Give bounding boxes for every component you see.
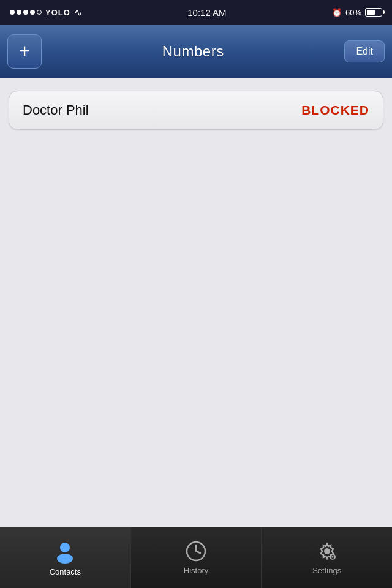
contacts-icon <box>53 539 77 564</box>
tab-history[interactable]: History <box>131 527 262 588</box>
contact-row[interactable]: Doctor Phil BLOCKED <box>9 91 383 130</box>
contact-status-badge: BLOCKED <box>301 103 369 118</box>
settings-icon <box>316 540 338 562</box>
wifi-icon: ∿ <box>74 7 82 18</box>
svg-point-1 <box>57 554 73 564</box>
signal-dots <box>10 10 42 15</box>
tab-contacts-label: Contacts <box>50 567 81 576</box>
contact-name: Doctor Phil <box>23 102 89 118</box>
svg-point-7 <box>331 556 333 558</box>
dot-4 <box>30 10 35 15</box>
tab-settings-label: Settings <box>312 566 341 575</box>
battery-fill <box>367 10 375 15</box>
status-right: ⏰ 60% <box>332 8 382 17</box>
dot-1 <box>10 10 15 15</box>
plus-icon: + <box>19 41 31 61</box>
battery-container <box>365 8 382 17</box>
dot-5 <box>37 10 42 15</box>
dot-2 <box>17 10 21 15</box>
status-time: 10:12 AM <box>187 7 226 18</box>
dot-3 <box>23 10 28 15</box>
battery-icon <box>365 8 382 17</box>
tab-contacts[interactable]: Contacts <box>0 527 131 588</box>
tab-settings[interactable]: Settings <box>262 527 392 588</box>
history-icon <box>185 540 207 562</box>
svg-point-5 <box>324 548 330 554</box>
battery-percentage: 60% <box>345 8 361 17</box>
status-bar: YOLO ∿ 10:12 AM ⏰ 60% <box>0 0 392 24</box>
carrier-text: YOLO <box>45 8 70 17</box>
tab-bar: Contacts History Settings <box>0 527 392 588</box>
main-content: Doctor Phil BLOCKED <box>0 78 392 527</box>
svg-line-4 <box>196 551 200 553</box>
add-button[interactable]: + <box>7 34 42 69</box>
nav-bar: + Numbers Edit <box>0 24 392 78</box>
svg-point-0 <box>60 543 70 552</box>
nav-title: Numbers <box>162 43 224 60</box>
status-left: YOLO ∿ <box>10 7 82 18</box>
tab-history-label: History <box>184 566 208 575</box>
alarm-icon: ⏰ <box>332 8 342 17</box>
edit-button[interactable]: Edit <box>344 40 385 62</box>
